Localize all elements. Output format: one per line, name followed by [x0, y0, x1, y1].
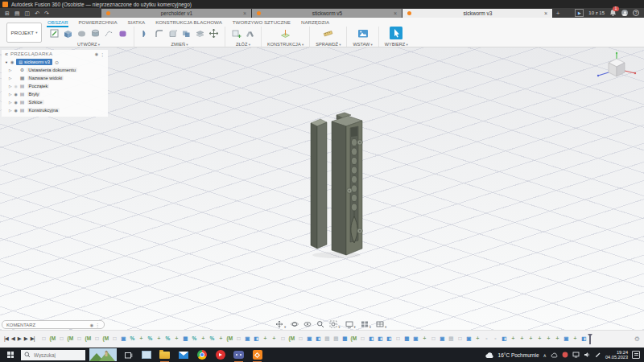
timeline-feature-icon[interactable]: +: [572, 336, 578, 342]
playback-button[interactable]: ▶: [24, 336, 27, 342]
pipe-icon[interactable]: [104, 28, 114, 39]
timeline-feature-icon[interactable]: (M: [102, 336, 109, 342]
display-settings-button[interactable]: [345, 317, 356, 330]
taskbar-app-file-explorer[interactable]: [159, 349, 171, 361]
timeline-feature-icon[interactable]: +: [138, 336, 144, 342]
new-tab-button[interactable]: [553, 8, 563, 18]
group-label-assemble[interactable]: ZŁÓŻ: [236, 42, 250, 47]
news-interests-widget[interactable]: [89, 348, 117, 361]
document-tab-label[interactable]: stickworm v5: [263, 10, 391, 16]
create-form-icon[interactable]: [118, 28, 128, 39]
taskbar-app-fusion-360[interactable]: [251, 349, 263, 361]
taskbar-app-youtube-music[interactable]: [214, 349, 226, 361]
timeline-feature-icon[interactable]: %: [129, 336, 135, 342]
document-tab-label[interactable]: percholder v1: [113, 10, 241, 16]
timeline-feature-icon[interactable]: +: [554, 336, 560, 342]
weather-text[interactable]: 16°C Pochmurnie: [498, 352, 539, 358]
item-label[interactable]: Początek: [27, 84, 50, 88]
playback-button[interactable]: ▶: [18, 336, 21, 342]
expand-arrow-icon[interactable]: [9, 76, 11, 80]
timeline-feature-icon[interactable]: +: [474, 336, 481, 342]
root-document-name[interactable]: sickworm v3: [24, 60, 50, 64]
cylinder-icon[interactable]: [90, 28, 101, 39]
timeline-feature-icon[interactable]: +: [527, 336, 534, 342]
document-tab-1[interactable]: percholder v1: [101, 9, 252, 18]
pen-icon[interactable]: [595, 352, 601, 358]
tab-close-icon[interactable]: [243, 10, 246, 16]
timeline-playhead[interactable]: [589, 335, 591, 344]
expand-arrow-icon[interactable]: [9, 68, 11, 72]
timeline-feature-icon[interactable]: □: [430, 336, 436, 342]
tab-close-icon[interactable]: [544, 10, 547, 16]
timeline-feature-icon[interactable]: ▫: [492, 336, 498, 342]
joint-icon[interactable]: [245, 28, 255, 39]
timeline-feature-icon[interactable]: ▣: [465, 336, 472, 342]
timeline-feature-icon[interactable]: ▣: [563, 336, 569, 342]
timeline-feature-icon[interactable]: ▣: [412, 336, 419, 342]
group-label-create[interactable]: UTWÓRZ: [77, 42, 100, 47]
timeline-feature-icon[interactable]: □: [111, 336, 118, 342]
browser-tree-item[interactable]: ▦ Nazwane widoki: [2, 74, 108, 82]
task-view-button[interactable]: [124, 351, 133, 360]
browser-tree-item[interactable]: ▤ Szkice: [2, 98, 108, 106]
visibility-eye-icon[interactable]: [14, 109, 17, 113]
press-pull-icon[interactable]: [140, 28, 151, 39]
timeline-feature-icon[interactable]: (M: [49, 336, 56, 342]
browser-tree-item[interactable]: ▤ Konstrukcyjna: [2, 106, 108, 114]
combine-icon[interactable]: [181, 28, 192, 39]
construction-plane-icon[interactable]: [280, 28, 291, 39]
timeline-feature-icon[interactable]: +: [270, 336, 277, 342]
offset-face-icon[interactable]: [195, 28, 205, 39]
timeline-feature-icon[interactable]: +: [536, 336, 543, 342]
form-icon[interactable]: [76, 28, 87, 39]
viewports-button[interactable]: [376, 317, 386, 330]
select-icon[interactable]: [390, 27, 402, 39]
insert-canvas-icon[interactable]: [357, 28, 368, 39]
document-tab-3-active[interactable]: sickworm v3: [402, 9, 553, 18]
timeline-feature-icon[interactable]: □: [359, 336, 365, 342]
timeline-feature-icon[interactable]: ▣: [120, 336, 126, 342]
timeline-feature-icon[interactable]: ◧: [580, 336, 587, 342]
item-label[interactable]: Nazwane widoki: [27, 76, 64, 80]
timeline-feature-icon[interactable]: □: [76, 336, 82, 342]
measure-icon[interactable]: [323, 28, 333, 39]
zoom-button[interactable]: [316, 320, 324, 328]
fit-button[interactable]: [329, 317, 340, 330]
taskbar-app-mail[interactable]: [177, 349, 189, 361]
timeline-feature-icon[interactable]: +: [545, 336, 551, 342]
group-label-inspect[interactable]: SPRAWDŹ: [316, 42, 341, 47]
timeline-feature-icon[interactable]: □: [40, 336, 47, 342]
look-at-button[interactable]: [303, 320, 312, 328]
timeline-feature-icon[interactable]: ◧: [386, 336, 392, 342]
visibility-eye-icon[interactable]: [10, 60, 14, 64]
timeline-feature-icon[interactable]: %: [164, 336, 171, 342]
start-button[interactable]: [0, 352, 21, 358]
timeline-feature-icon[interactable]: □: [279, 336, 286, 342]
browser-menu-icon[interactable]: [100, 51, 105, 57]
visibility-eye-icon[interactable]: [14, 93, 17, 97]
user-avatar[interactable]: [621, 10, 628, 16]
expand-arrow-icon[interactable]: [9, 100, 11, 105]
group-label-select[interactable]: WYBIERZ: [385, 42, 408, 47]
timeline-feature-icon[interactable]: □: [93, 336, 100, 342]
timeline-feature-icon[interactable]: %: [208, 336, 215, 342]
comment-bar[interactable]: KOMENTARZ: [2, 320, 105, 329]
timeline-feature-icon[interactable]: (M: [85, 336, 91, 342]
browser-root-item[interactable]: sickworm v3: [2, 58, 108, 66]
group-label-insert[interactable]: WSTAW: [353, 42, 372, 47]
browser-tree-item[interactable]: ▤ Bryły: [2, 90, 108, 98]
timeline-feature-icon[interactable]: ▦: [341, 336, 348, 342]
app-grid-icon[interactable]: ⊞: [5, 10, 10, 16]
expand-arrow-icon[interactable]: [9, 108, 11, 113]
timeline-feature-icon[interactable]: (M: [350, 336, 357, 342]
item-label[interactable]: Ustawienia dokumentu: [27, 68, 77, 72]
visibility-eye-icon[interactable]: [14, 101, 17, 105]
comment-menu-icon[interactable]: [95, 322, 100, 327]
visibility-eye-icon[interactable]: [14, 84, 17, 88]
orbit-button[interactable]: [291, 320, 299, 328]
create-sketch-icon[interactable]: [49, 28, 60, 39]
timeline-feature-icon[interactable]: ▤: [448, 336, 454, 342]
timeline-feature-icon[interactable]: (M: [226, 336, 233, 342]
group-label-construct[interactable]: KONSTRUKCJA: [267, 42, 303, 47]
display-settings-icon[interactable]: [95, 51, 98, 56]
